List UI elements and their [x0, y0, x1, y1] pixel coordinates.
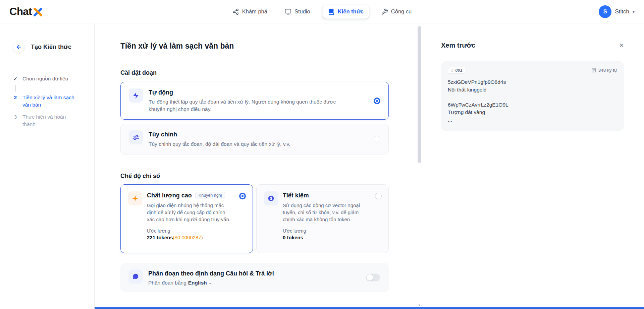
main-nav: Khám phá Studio Kiến thức Công cụ: [227, 5, 417, 19]
radio-custom[interactable]: [374, 136, 380, 142]
close-button[interactable]: ✕: [619, 43, 624, 48]
option-title-high-quality: Chất lượng cao: [147, 191, 192, 199]
qa-subtitle-prefix: Phân đoạn bằng: [148, 280, 186, 286]
explore-icon: [232, 8, 239, 15]
nav-item-tools[interactable]: Công cụ: [376, 5, 417, 18]
back-button[interactable]: [13, 41, 25, 53]
step-label-3: Thực hiện và hoàn thành: [22, 113, 79, 128]
preview-title: Xem trước: [441, 42, 475, 49]
nav-label-tools: Công cụ: [391, 8, 412, 15]
preview-header: Xem trước ✕: [441, 42, 624, 49]
index-mode-row: Chất lượng cao Khuyến nghị Gọi giao diện…: [120, 184, 389, 253]
nav-item-studio[interactable]: Studio: [279, 5, 316, 18]
user-name: Stitch: [615, 8, 629, 15]
qa-subtitle: Phân đoạn bằng English ⌄: [148, 280, 274, 286]
hash-symbol: #: [451, 68, 453, 73]
chunk-line: Tượng dát vàng: [448, 109, 617, 116]
index-mode-heading: Chế độ chỉ số: [120, 173, 389, 180]
option-text: Chất lượng cao Khuyến nghị Gọi giao diện…: [147, 191, 231, 246]
radio-high-quality[interactable]: [239, 193, 246, 199]
step-list: ✓ Chọn nguồn dữ liệu 2 Tiền xử lý và làm…: [13, 75, 88, 128]
option-title-custom: Tùy chỉnh: [149, 130, 290, 138]
back-row: Tạo Kiến thức: [13, 41, 88, 53]
token-cost: ($0.0000287): [173, 235, 203, 240]
tools-icon: [381, 8, 388, 15]
option-text: Tự động Tự động thiết lập quy tắc đoạn v…: [149, 88, 346, 113]
scrollbar-thumb[interactable]: [418, 26, 421, 163]
option-desc-custom: Tùy chỉnh quy tắc đoạn, độ dài đoạn và q…: [149, 140, 290, 148]
main-content: Tiền xử lý và làm sạch văn bản Cài đặt đ…: [95, 23, 423, 309]
option-desc-high-quality: Gọi giao diện nhúng hệ thống mặc định để…: [147, 202, 231, 223]
vertical-scrollbar[interactable]: ▼: [417, 25, 422, 308]
option-desc-economical: Sử dụng các động cơ vector ngoại tuyến, …: [283, 202, 367, 223]
qa-segmentation-row: Phân đoạn theo định dạng Câu hỏi & Trả l…: [120, 263, 389, 292]
estimate-value: 0 tokens: [283, 235, 367, 240]
chevron-down-icon: ▾: [633, 9, 635, 14]
studio-icon: [285, 8, 291, 15]
radio-automatic[interactable]: [374, 98, 380, 104]
token-count: 0 tokens: [283, 235, 303, 240]
chunk-line: 5zxiGDeVPn1gfp9O8d4s: [448, 78, 617, 86]
char-count: 348 ký tự: [591, 68, 617, 73]
option-card-economical[interactable]: $ Tiết kiệm Sử dụng các động cơ vector n…: [256, 184, 389, 253]
segment-settings-heading: Cài đặt đoạn: [120, 69, 389, 76]
nav-label-explore: Khám phá: [242, 8, 267, 15]
qa-language-select[interactable]: English: [188, 280, 207, 286]
chunk-card-header: # 001 348 ký tự: [448, 67, 617, 74]
qa-title: Phân đoạn theo định dạng Câu hỏi & Trả l…: [148, 269, 274, 277]
option-card-custom[interactable]: Tùy chỉnh Tùy chỉnh quy tắc đoạn, độ dài…: [120, 124, 389, 154]
wizard-title: Tạo Kiến thức: [31, 44, 71, 51]
svg-text:$: $: [270, 196, 272, 200]
top-header: Chat Khám phá Studio: [0, 0, 644, 23]
bottom-accent-bar: [95, 307, 644, 309]
option-desc-automatic: Tự động thiết lập quy tắc đoạn và tiền x…: [149, 98, 346, 113]
step-item-1[interactable]: ✓ Chọn nguồn dữ liệu: [13, 75, 88, 82]
chunk-line: ...: [448, 116, 617, 124]
preview-panel: Xem trước ✕ # 001 348 ký tự: [423, 23, 644, 309]
option-text: Tiết kiệm Sử dụng các động cơ vector ngo…: [283, 191, 367, 246]
knowledge-icon: [328, 8, 335, 15]
chunk-text: 5zxiGDeVPn1gfp9O8d4s Nội thất kinggold 6…: [448, 78, 617, 124]
step-check-icon: ✓: [13, 75, 18, 82]
char-count-label: 348 ký tự: [598, 68, 617, 73]
chevron-down-icon[interactable]: ⌄: [209, 281, 212, 285]
recommended-badge: Khuyến nghị: [195, 192, 225, 199]
step-item-2[interactable]: 2 Tiền xử lý và làm sạch văn bản: [13, 94, 88, 109]
toggle-knob: [367, 274, 373, 281]
chunk-line: Nội thất kinggold: [448, 86, 617, 94]
zap-icon: [129, 88, 143, 103]
chunk-line: 6WpTwCzAvrrLz2gE1O9L: [448, 101, 617, 109]
option-card-automatic[interactable]: Tự động Tự động thiết lập quy tắc đoạn v…: [120, 82, 389, 120]
money-icon: $: [264, 191, 278, 205]
step-label-1: Chọn nguồn dữ liệu: [22, 75, 68, 82]
nav-label-knowledge: Kiến thức: [338, 8, 364, 15]
app-logo[interactable]: Chat: [9, 6, 43, 18]
sparkle-icon: [128, 191, 142, 205]
nav-item-knowledge[interactable]: Kiến thức: [322, 5, 369, 19]
chunk-line: [448, 94, 617, 101]
qa-text: Phân đoạn theo định dạng Câu hỏi & Trả l…: [148, 269, 274, 286]
option-title-economical: Tiết kiệm: [283, 191, 309, 199]
app-window: Chat Khám phá Studio: [0, 0, 644, 309]
scrollbar-down-arrow[interactable]: ▼: [417, 304, 422, 307]
estimate-label: Ước lượng: [283, 228, 367, 234]
step-item-3[interactable]: 3 Thực hiện và hoàn thành: [13, 113, 88, 128]
step-connector: [15, 85, 16, 91]
option-card-high-quality[interactable]: Chất lượng cao Khuyến nghị Gọi giao diện…: [120, 184, 253, 253]
qa-bubble-icon: [128, 269, 143, 284]
radio-economical[interactable]: [375, 193, 382, 199]
nav-item-explore[interactable]: Khám phá: [227, 5, 273, 18]
nav-label-studio: Studio: [294, 8, 310, 15]
estimate-label: Ước lượng: [147, 228, 231, 234]
account-menu[interactable]: S Stitch ▾: [599, 5, 635, 18]
avatar[interactable]: S: [599, 5, 611, 18]
sliders-icon: [129, 130, 143, 144]
logo-x-icon: [33, 7, 43, 17]
wizard-sidebar: Tạo Kiến thức ✓ Chọn nguồn dữ liệu 2 Tiề…: [0, 23, 95, 309]
token-count: 221 tokens: [147, 235, 173, 240]
qa-toggle[interactable]: [366, 274, 380, 282]
option-title-automatic: Tự động: [149, 88, 346, 97]
logo-text: Chat: [9, 6, 32, 18]
body-row: Tạo Kiến thức ✓ Chọn nguồn dữ liệu 2 Tiề…: [0, 23, 644, 309]
step-label-2: Tiền xử lý và làm sạch văn bản: [22, 94, 79, 109]
